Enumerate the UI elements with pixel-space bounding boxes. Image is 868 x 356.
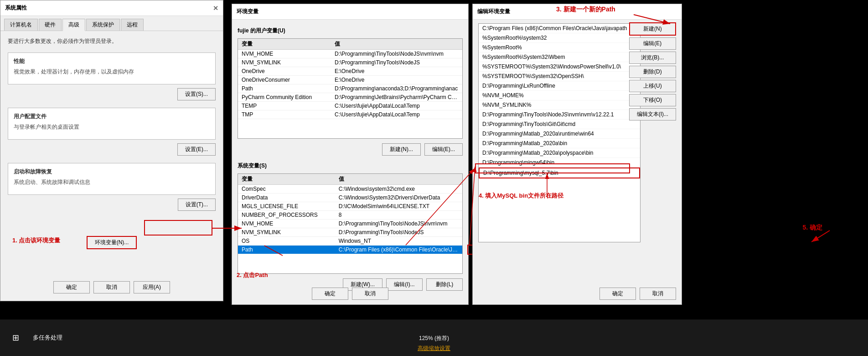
user-vars-col-value: 值 (331, 39, 462, 50)
table-row[interactable]: PyCharm Community EditionD:\Programming\… (238, 93, 462, 102)
user-profile-settings-button[interactable]: 设置(E)... (177, 143, 216, 156)
cancel-button[interactable]: 取消 (93, 281, 130, 293)
path-cancel-button[interactable]: 取消 (640, 288, 676, 300)
admin-warning: 要进行大多数更改，你必须作为管理员登录。 (8, 37, 216, 45)
env-ok-button[interactable]: 确定 (312, 288, 348, 300)
performance-title: 性能 (14, 58, 210, 65)
list-item[interactable]: D:\Programming\Matlab_2020a\runtime\win6… (479, 129, 640, 139)
startup-title: 启动和故障恢复 (14, 168, 210, 176)
list-item[interactable]: D:\Programming\TinyTools\Git\Git\cmd (479, 120, 640, 129)
startup-box: 启动和故障恢复 系统启动、系统故障和调试信息 (8, 163, 216, 195)
path-right-btn[interactable]: 编辑(E) (629, 37, 676, 50)
sys-vars-section-title: 系统变量(S) (232, 158, 468, 172)
svg-line-6 (811, 230, 830, 242)
path-right-btn[interactable]: 下移(O) (629, 94, 676, 106)
user-profile-box: 用户配置文件 与登录帐户相关的桌面设置 (8, 108, 216, 140)
table-row[interactable]: NVM_SYMLINKD:\Programming\TinyTools\Node… (238, 228, 462, 237)
path-list-container[interactable]: C:\Program Files (x86)\Common Files\Orac… (478, 23, 641, 242)
table-row[interactable]: TMPC:\Users\fujie\AppData\Local\Temp (238, 110, 462, 119)
annotation-2: 2. 点击Path (237, 271, 268, 279)
sys-props-titlebar: 系统属性 ✕ (0, 0, 223, 16)
user-vars-table: 变量 值 NVM_HOMED:\Programming\TinyTools\No… (238, 39, 462, 119)
path-list: C:\Program Files (x86)\Common Files\Orac… (479, 24, 640, 178)
table-row[interactable]: PathC:\Program Files (x86)\Common Files\… (238, 246, 462, 254)
startup-section: 启动和故障恢复 系统启动、系统故障和调试信息 设置(T)... (8, 163, 216, 211)
env-vars-bottom-buttons: 确定 取消 (232, 283, 468, 304)
path-edit-title: 编辑环境变量 (477, 8, 510, 16)
list-item[interactable]: %SYSTEMROOT%\System32\OpenSSH\ (479, 72, 640, 81)
user-edit-button[interactable]: 编辑(E)... (424, 143, 463, 156)
sys-props-bottom-buttons: 确定 取消 应用(A) (0, 281, 223, 293)
tab-computer-name[interactable]: 计算机名 (4, 19, 38, 31)
path-right-btn[interactable]: 编辑文本(I)... (629, 108, 676, 120)
env-vars-button[interactable]: 环境变量(N)... (87, 236, 137, 249)
user-new-button[interactable]: 新建(N)... (382, 143, 421, 156)
env-vars-titlebar: 环境变量 (232, 4, 468, 20)
path-right-btn[interactable]: 新建(N) (629, 22, 676, 36)
table-row[interactable]: OSWindows_NT (238, 237, 462, 246)
sys-props-title: 系统属性 (5, 4, 27, 12)
sys-vars-col-name: 变量 (238, 174, 335, 185)
table-row[interactable]: PathD:\Programming\anaconda3;D:\Programm… (238, 84, 462, 93)
user-vars-col-name: 变量 (238, 39, 331, 50)
tab-system-protection[interactable]: 系统保护 (86, 19, 120, 31)
tab-hardware[interactable]: 硬件 (39, 19, 62, 31)
annotation-1: 1. 点击该环境变量 (12, 236, 60, 245)
table-row[interactable]: OneDriveE:\OneDrive (238, 67, 462, 76)
table-row[interactable]: NVM_SYMLINKD:\Programming\TinyTools\Node… (238, 58, 462, 67)
startup-desc: 系统启动、系统故障和调试信息 (14, 178, 210, 186)
list-item[interactable]: D:\Programming\Matlab_2020a\bin (479, 139, 640, 148)
list-item[interactable]: D:\Programming\TinyTools\NodeJS\nvm\nvm\… (479, 110, 640, 120)
list-item[interactable]: D:\Programming\Matlab_2020a\polyspace\bi… (479, 148, 640, 158)
annotation-5: 5. 确定 (802, 224, 822, 232)
sys-vars-table-container[interactable]: 变量 值 ComSpecC:\Windows\system32\cmd.exeD… (238, 173, 463, 274)
user-vars-section-title: fujie 的用户变量(U) (232, 23, 468, 37)
user-profile-title: 用户配置文件 (14, 113, 210, 120)
list-item[interactable]: %NVM_SYMLINK% (479, 100, 640, 110)
sys-props-content: 要进行大多数更改，你必须作为管理员登录。 性能 视觉效果，处理器计划，内存使用，… (0, 31, 223, 256)
startup-settings-button[interactable]: 设置(T)... (178, 199, 216, 211)
apply-button[interactable]: 应用(A) (134, 281, 170, 293)
user-vars-table-container[interactable]: 变量 值 NVM_HOMED:\Programming\TinyTools\No… (238, 38, 463, 139)
list-item[interactable]: %SystemRoot% (479, 43, 640, 52)
path-edit-window: 编辑环境变量 C:\Program Files (x86)\Common Fil… (472, 4, 682, 305)
list-item[interactable]: C:\Program Files (x86)\Common Files\Orac… (479, 24, 640, 33)
user-profile-desc: 与登录帐户相关的桌面设置 (14, 123, 210, 131)
path-right-btn[interactable]: 浏览(B)... (629, 52, 676, 64)
list-item[interactable]: D:\Programming\mingw64\bin (479, 158, 640, 168)
table-row[interactable]: ComSpecC:\Windows\system32\cmd.exe (238, 185, 462, 194)
taskbar-zoom: 125% (推荐) (419, 335, 449, 342)
table-row[interactable]: TEMPC:\Users\fujie\AppData\Local\Temp (238, 102, 462, 110)
table-row[interactable]: MGLS_LICENSE_FILED:\IC\ModelSim\win64\LI… (238, 202, 462, 211)
sys-props-tabs: 计算机名 硬件 高级 系统保护 远程 (0, 16, 223, 31)
table-row[interactable]: NVM_HOMED:\Programming\TinyTools\NodeJS\… (238, 220, 462, 228)
tab-remote[interactable]: 远程 (121, 19, 144, 31)
table-row[interactable]: NVM_HOMED:\Programming\TinyTools\NodeJS\… (238, 50, 462, 58)
perf-settings-button[interactable]: 设置(S)... (177, 88, 216, 100)
env-vars-title: 环境变量 (237, 8, 258, 16)
ok-button[interactable]: 确定 (53, 281, 90, 293)
tab-advanced[interactable]: 高级 (62, 19, 85, 31)
taskbar-zoom-link[interactable]: 高级缩放设置 (418, 345, 450, 352)
performance-box: 性能 视觉效果，处理器计划，内存使用，以及虚拟内存 (8, 52, 216, 84)
env-vars-window: 环境变量 fujie 的用户变量(U) 变量 值 NVM_HOMED:\Prog… (232, 4, 469, 305)
windows-icon[interactable]: ⊞ (7, 330, 24, 346)
user-profile-section: 用户配置文件 与登录帐户相关的桌面设置 设置(E)... (8, 108, 216, 156)
table-row[interactable]: NUMBER_OF_PROCESSORS8 (238, 211, 462, 220)
table-row[interactable]: DriverDataC:\Windows\System32\Drivers\Dr… (238, 194, 462, 202)
table-row[interactable]: OneDriveConsumerE:\OneDrive (238, 76, 462, 84)
path-right-btn[interactable]: 上移(U) (629, 80, 676, 92)
list-item[interactable]: %SystemRoot%\System32\Wbem (479, 52, 640, 62)
close-icon[interactable]: ✕ (213, 5, 218, 12)
env-cancel-button[interactable]: 取消 (352, 288, 388, 300)
list-item[interactable]: %SystemRoot%\system32 (479, 33, 640, 43)
list-item[interactable]: %SYSTEMROOT%\System32\WindowsPowerShell\… (479, 62, 640, 72)
taskbar-label: 多任务处理 (33, 334, 62, 342)
list-item[interactable]: D:\Programming\LxRunOffline (479, 81, 640, 91)
list-item[interactable]: D:\Programming\mysql_5.7\bin (479, 168, 640, 178)
taskbar-info: 多任务处理 (33, 334, 62, 342)
path-ok-button[interactable]: 确定 (599, 288, 636, 300)
path-edit-titlebar: 编辑环境变量 (473, 4, 682, 20)
list-item[interactable]: %NVM_HOME% (479, 91, 640, 100)
path-right-btn[interactable]: 删除(D) (629, 66, 676, 78)
